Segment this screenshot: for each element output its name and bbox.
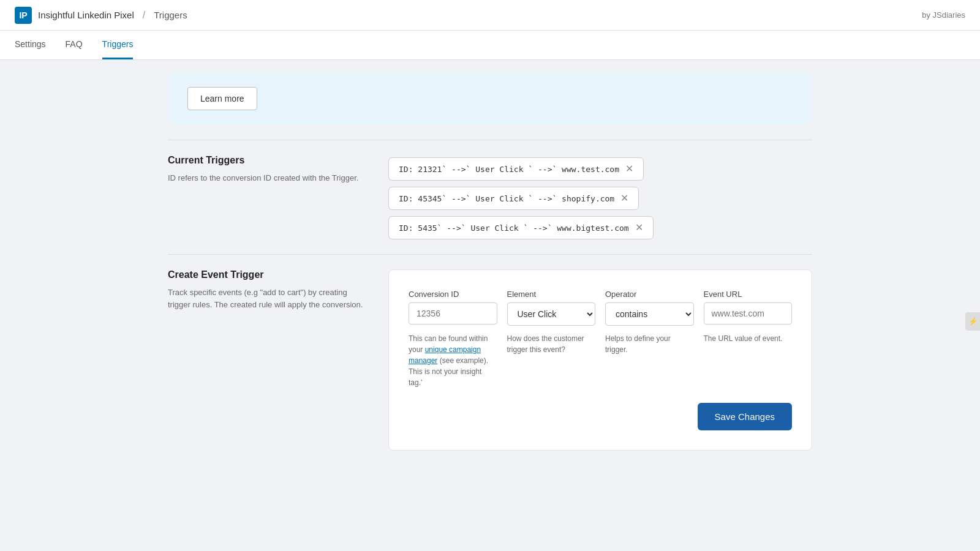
tab-faq[interactable]: FAQ (66, 31, 83, 59)
element-label: Element (507, 290, 596, 299)
main-content: Learn more Current Triggers ID refers to… (153, 60, 827, 478)
tab-triggers[interactable]: Triggers (102, 31, 134, 59)
event-url-input[interactable] (704, 302, 793, 324)
section-divider-1 (168, 140, 812, 140)
element-select[interactable]: User Click Page View (507, 302, 596, 326)
trigger-chip-1: ID: 21321` -->` User Click ` -->` www.te… (388, 157, 644, 181)
conversion-id-input[interactable] (409, 302, 497, 324)
current-triggers-section: Current Triggers ID refers to the conver… (168, 155, 812, 239)
section-divider-2 (168, 254, 812, 255)
create-trigger-heading: Create Event Trigger (168, 269, 364, 280)
trigger-chip-2: ID: 45345` -->` User Click ` -->` shopif… (388, 187, 639, 210)
header-left: IP Insightful Linkedin Pixel / Triggers (15, 7, 187, 24)
scroll-indicator[interactable]: ⚡ (965, 312, 980, 331)
app-logo: IP (15, 7, 32, 24)
current-triggers-label: Current Triggers ID refers to the conver… (168, 155, 364, 239)
info-card: Learn more (168, 72, 812, 125)
create-trigger-section: Create Event Trigger Track specific even… (168, 269, 812, 451)
operator-label: Operator (605, 290, 694, 299)
conversion-id-label: Conversion ID (409, 290, 497, 299)
triggers-list: ID: 21321` -->` User Click ` -->` www.te… (388, 155, 812, 239)
conversion-id-desc: This can be found within your unique cam… (409, 333, 497, 388)
element-desc: How does the customer trigger this event… (507, 333, 596, 388)
event-url-desc: The URL value of event. (704, 333, 793, 388)
create-trigger-description: Track specific events (e.g "add to cart"… (168, 287, 364, 310)
trigger-chip-2-text: ID: 45345` -->` User Click ` -->` shopif… (399, 194, 614, 203)
operator-select[interactable]: contains equals starts with ends with (605, 302, 694, 326)
create-trigger-label: Create Event Trigger Track specific even… (168, 269, 364, 451)
current-triggers-description: ID refers to the conversion ID created w… (168, 172, 364, 184)
event-url-field: Event URL (704, 290, 793, 326)
learn-more-button[interactable]: Learn more (187, 87, 257, 110)
trigger-chip-2-close[interactable]: ✕ (620, 193, 628, 203)
create-trigger-form-card: Conversion ID Element User Click Page Vi… (388, 269, 812, 451)
tab-settings[interactable]: Settings (15, 31, 46, 59)
trigger-chip-3-close[interactable]: ✕ (635, 223, 643, 233)
trigger-chip-3-text: ID: 5435` -->` User Click ` -->` www.big… (399, 223, 629, 233)
operator-field: Operator contains equals starts with end… (605, 290, 694, 326)
current-triggers-heading: Current Triggers (168, 155, 364, 166)
conversion-id-field: Conversion ID (409, 290, 497, 326)
event-url-label: Event URL (704, 290, 793, 299)
breadcrumb-separator: / (143, 10, 145, 21)
form-actions: Save Changes (409, 403, 792, 430)
app-header: IP Insightful Linkedin Pixel / Triggers … (0, 0, 980, 31)
breadcrumb-current: Triggers (154, 10, 187, 20)
nav-tabs: Settings FAQ Triggers (0, 31, 980, 60)
operator-desc: Helps to define your trigger. (605, 333, 694, 388)
trigger-chip-1-text: ID: 21321` -->` User Click ` -->` www.te… (399, 165, 619, 174)
element-field: Element User Click Page View (507, 290, 596, 326)
trigger-chip-1-close[interactable]: ✕ (625, 164, 633, 174)
trigger-chip-3: ID: 5435` -->` User Click ` -->` www.big… (388, 216, 654, 239)
header-right: by JSdiaries (922, 10, 965, 20)
form-fields-row: Conversion ID Element User Click Page Vi… (409, 290, 792, 326)
save-changes-button[interactable]: Save Changes (698, 403, 792, 430)
form-descriptions-row: This can be found within your unique cam… (409, 333, 792, 388)
app-name: Insightful Linkedin Pixel (38, 10, 134, 20)
